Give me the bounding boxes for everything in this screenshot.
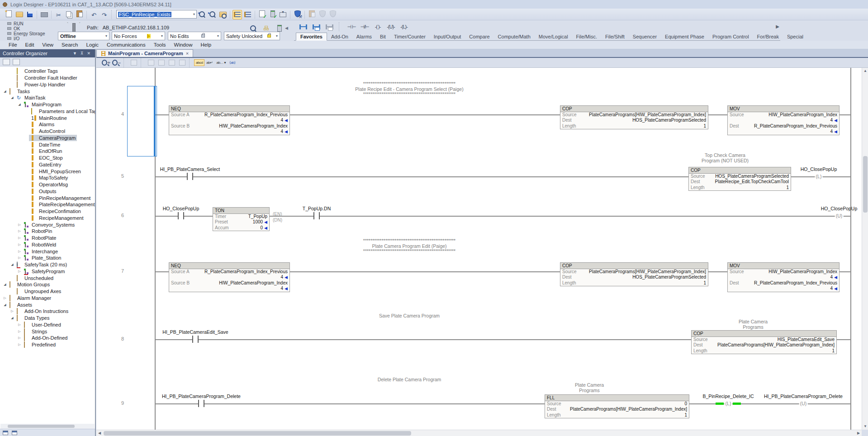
instruction-tab-timer-counter[interactable]: Timer/Counter bbox=[390, 33, 430, 40]
tree-item-autocontrol[interactable]: AutoControl bbox=[0, 128, 95, 135]
menu-tools[interactable]: Tools bbox=[150, 41, 170, 48]
cross-reference-arrow-icon[interactable]: ◀ bbox=[834, 275, 837, 280]
tree-item-content[interactable]: Data Types bbox=[14, 315, 51, 322]
tree-item-content[interactable]: DateTime bbox=[29, 141, 62, 148]
menu-communications[interactable]: Communications bbox=[103, 41, 150, 48]
palette-scroll-right-icon[interactable]: ▶ bbox=[776, 24, 779, 29]
tree-item-pinrecipemanagement[interactable]: PinRecipeManagement bbox=[0, 194, 95, 201]
collapsed-arrow-icon[interactable]: ▷ bbox=[17, 236, 22, 240]
show-tag-descriptions-button[interactable]: abcd bbox=[194, 59, 204, 66]
branch-level-button[interactable] bbox=[324, 22, 335, 31]
branch-button[interactable] bbox=[311, 22, 322, 31]
tree-item-outputs[interactable]: Outputs bbox=[0, 188, 95, 195]
tree-item-alarms[interactable]: Alarms bbox=[0, 121, 95, 128]
tree-item-power-up-handler[interactable]: Power-Up Handler bbox=[0, 81, 95, 88]
verify-controller-icon[interactable]: ✓ bbox=[268, 9, 277, 19]
tree-item-datetime[interactable]: DateTime bbox=[0, 141, 95, 148]
cross-reference-arrow-icon[interactable]: ◀ bbox=[834, 129, 837, 134]
output-coil[interactable]: (U) bbox=[799, 401, 808, 406]
verify-routine-icon[interactable]: ✓ bbox=[257, 9, 267, 19]
edits-dropdown[interactable]: No Edits ▾ bbox=[168, 32, 221, 40]
tree-item-interchange[interactable]: ▷Interchange bbox=[0, 248, 95, 255]
collapsed-arrow-icon[interactable]: ▷ bbox=[17, 323, 22, 327]
cross-reference-arrow-icon[interactable]: ◀ bbox=[285, 286, 288, 291]
tree-item-robotplate[interactable]: ▷RobotPlate bbox=[0, 235, 95, 242]
tree-item-safetyprogram[interactable]: ▷SafetyProgram bbox=[0, 268, 95, 275]
instruction-tab-alarms[interactable]: Alarms bbox=[352, 33, 376, 40]
collapsed-arrow-icon[interactable]: ▷ bbox=[17, 336, 22, 340]
organizer-close-icon[interactable]: ✕ bbox=[85, 51, 92, 56]
tree-item-content[interactable]: Interchange bbox=[22, 248, 59, 255]
tree-item-content[interactable]: OperatorMsg bbox=[29, 181, 69, 188]
output-coil[interactable]: (L) bbox=[815, 174, 823, 179]
tree-item-maintask[interactable]: ◢↻MainTask bbox=[0, 95, 95, 101]
vertical-scrollbar[interactable]: ▲ ▼ bbox=[862, 68, 868, 430]
show-tag-brackets-button[interactable]: ⟨ab⟩ bbox=[228, 59, 237, 66]
tree-item-content[interactable]: MapToSafety bbox=[29, 175, 69, 181]
tree-item-controller-fault-handler[interactable]: Controller Fault Handler bbox=[0, 75, 95, 81]
instruction-tab-input-output[interactable]: Input/Output bbox=[430, 33, 465, 40]
instruction-block-cop[interactable]: COPSourcePlateCameraPrograms[HIW_PlateCa… bbox=[560, 262, 708, 286]
instruction-tab-add-on[interactable]: Add-On bbox=[327, 33, 352, 40]
instruction-tab-bit[interactable]: Bit bbox=[376, 33, 390, 40]
combobox-dropdown-icon[interactable]: ▾ bbox=[193, 12, 196, 16]
tree-item-content[interactable]: SafetyProgram bbox=[22, 268, 66, 275]
tree-item-ungrouped-axes[interactable]: Ungrouped Axes bbox=[0, 288, 95, 295]
find-in-project-icon[interactable] bbox=[218, 10, 228, 19]
instruction-tab-program-control[interactable]: Program Control bbox=[708, 33, 753, 40]
organizer-pin-icon[interactable]: ⊼ bbox=[79, 51, 85, 56]
expanded-arrow-icon[interactable]: ◢ bbox=[10, 96, 14, 100]
tree-item-user-defined[interactable]: ▷User-Defined bbox=[0, 322, 95, 328]
instruction-tab-file-shift[interactable]: File/Shift bbox=[601, 33, 629, 40]
expanded-arrow-icon[interactable]: ◢ bbox=[17, 103, 22, 106]
instruction-tab-equipment-phase[interactable]: Equipment Phase bbox=[661, 33, 708, 40]
tree-item-content[interactable]: EndOfRun bbox=[29, 148, 63, 155]
collapsed-arrow-icon[interactable]: ▷ bbox=[17, 330, 22, 333]
instruction-block-mov[interactable]: MOVSourceHIW_PlateCameraProgram_Index4◀D… bbox=[727, 105, 840, 135]
safety-tools-icon[interactable] bbox=[293, 9, 302, 19]
tree-item-content[interactable]: Controller Fault Handler bbox=[14, 75, 79, 81]
cross-reference-arrow-icon[interactable]: ◀ bbox=[264, 220, 267, 224]
zoom-in-button[interactable]: + bbox=[101, 58, 111, 67]
tree-item-safetytask-20-ms-[interactable]: ◢SafetyTask (20 ms) bbox=[0, 261, 95, 268]
tree-item-content[interactable]: RecipeConfimation bbox=[29, 208, 82, 215]
collapsed-arrow-icon[interactable]: ▷ bbox=[10, 309, 14, 313]
output-coil[interactable]: (U) bbox=[835, 213, 844, 218]
toggle-tag-tree-icon[interactable] bbox=[243, 10, 252, 19]
forces-dropdown[interactable]: No Forces ▾ bbox=[112, 32, 165, 40]
document-tab[interactable]: MainProgram - CameraProgram × bbox=[96, 49, 193, 57]
collapsed-arrow-icon[interactable]: ▷ bbox=[17, 229, 22, 233]
tree-item-cameraprogram[interactable]: CameraProgram bbox=[0, 135, 95, 142]
instruction-block-neq[interactable]: NEQSource AR_PlateCameraProgram_Index_Pr… bbox=[169, 105, 290, 135]
rung-number[interactable]: 6 bbox=[121, 213, 124, 218]
instruction-block-mov[interactable]: MOVSourceHIW_PlateCameraProgram_Index4◀D… bbox=[727, 262, 840, 292]
organizer-menu-icon[interactable]: ▼ bbox=[71, 51, 79, 56]
toggle-tag-values-icon[interactable] bbox=[232, 10, 242, 19]
rung-number[interactable]: 5 bbox=[121, 173, 124, 179]
toggle-tag-display-button[interactable]: ab↵ bbox=[204, 59, 214, 66]
tree-item-content[interactable]: Power-Up Handler bbox=[14, 81, 66, 88]
tree-item-content[interactable]: RobotPin bbox=[22, 228, 53, 235]
download-icon[interactable] bbox=[278, 10, 288, 19]
cross-reference-arrow-icon[interactable]: ◀ bbox=[834, 118, 837, 123]
xic-contact-button[interactable]: ⊣ ⊢ bbox=[346, 22, 357, 31]
tree-item-content[interactable]: CameraProgram bbox=[29, 135, 77, 142]
tree-item-content[interactable]: Assets bbox=[7, 301, 33, 308]
collapsed-arrow-icon[interactable]: ▷ bbox=[3, 296, 7, 300]
instruction-tab-compute-math[interactable]: Compute/Math bbox=[494, 33, 535, 40]
safety-dropdown-icon[interactable]: ▾ bbox=[276, 34, 278, 38]
new-rung-button[interactable] bbox=[298, 22, 308, 31]
redo-icon[interactable]: ↷ bbox=[100, 10, 109, 20]
tree-item-content[interactable]: RobotPlate bbox=[22, 235, 57, 242]
tree-item-add-on-defined[interactable]: ▷Add-On-Defined bbox=[0, 335, 95, 341]
tree-item-controller-tags[interactable]: Controller Tags bbox=[0, 68, 95, 75]
expanded-arrow-icon[interactable]: ◢ bbox=[3, 283, 7, 286]
tree-item-mainroutine[interactable]: 1MainRoutine bbox=[0, 114, 95, 121]
horizontal-scroll-thumb[interactable] bbox=[104, 431, 411, 436]
tree-item-content[interactable]: ↻MainTask bbox=[14, 95, 47, 101]
tree-item-content[interactable]: HMI_PopupScreen bbox=[29, 168, 82, 175]
tree-item-hmi-popupscreen[interactable]: HMI_PopupScreen bbox=[0, 168, 95, 175]
tree-item-content[interactable]: Tasks bbox=[7, 88, 31, 95]
xic-contact[interactable] bbox=[197, 400, 206, 407]
vertical-scroll-thumb[interactable] bbox=[863, 156, 868, 213]
